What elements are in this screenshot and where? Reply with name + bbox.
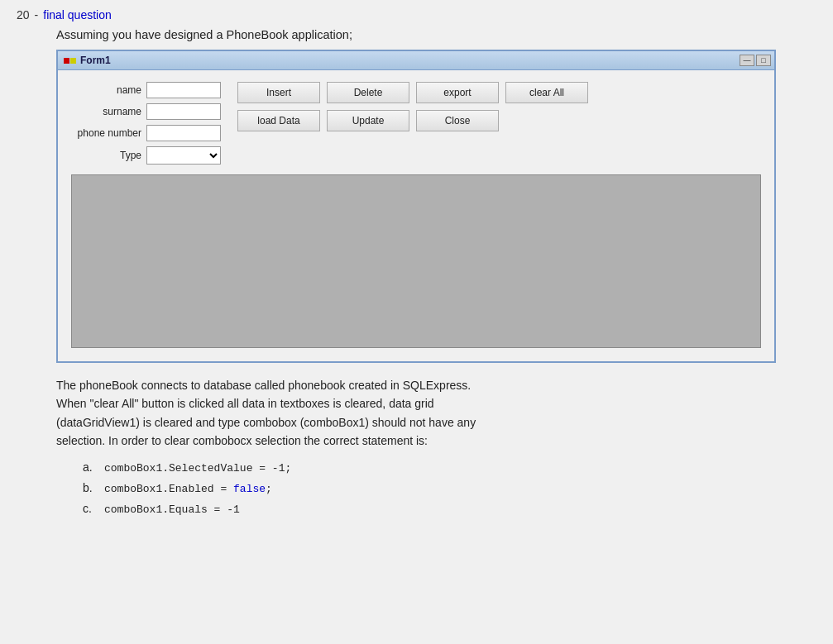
button-row-2: load Data Update Close xyxy=(237,110,588,131)
winform-body: name surname phone number Type xyxy=(58,70,774,361)
field-name: name xyxy=(71,82,221,98)
question-label[interactable]: final question xyxy=(43,8,112,21)
field-name-label: name xyxy=(71,84,141,96)
form-icon xyxy=(63,54,76,67)
titlebar-left: Form1 xyxy=(63,54,111,67)
close-button[interactable]: Close xyxy=(416,110,499,131)
minimize-button[interactable]: — xyxy=(740,55,754,66)
field-surname-label: surname xyxy=(71,106,141,117)
export-button[interactable]: export xyxy=(416,82,499,103)
question-header: 20 - final question xyxy=(17,8,816,21)
option-c: c. comboBox1.Equals = -1 xyxy=(83,502,816,516)
option-b: b. comboBox1.Enabled = false; xyxy=(83,481,816,495)
option-a-code: comboBox1.SelectedValue = -1; xyxy=(104,462,291,475)
question-text: Assuming you have designed a PhoneBook a… xyxy=(56,28,816,41)
load-data-button[interactable]: load Data xyxy=(237,110,320,131)
win-controls: — □ xyxy=(740,55,771,66)
maximize-button[interactable]: □ xyxy=(756,55,771,66)
winform-titlebar: Form1 — □ xyxy=(58,51,774,70)
option-c-code: comboBox1.Equals = -1 xyxy=(104,503,240,516)
field-phone-label: phone number xyxy=(71,127,141,139)
surname-input[interactable] xyxy=(146,103,221,120)
form-fields: name surname phone number Type xyxy=(71,82,221,165)
description-text: The phoneBook connects to database calle… xyxy=(56,376,776,451)
winform-mockup: Form1 — □ name surname phone number xyxy=(56,50,776,363)
options-list: a. comboBox1.SelectedValue = -1; b. comb… xyxy=(83,460,816,516)
form-top-section: name surname phone number Type xyxy=(71,82,761,165)
option-a: a. comboBox1.SelectedValue = -1; xyxy=(83,460,816,475)
type-select[interactable] xyxy=(146,146,221,165)
button-row-1: Insert Delete export clear All xyxy=(237,82,588,103)
field-surname: surname xyxy=(71,103,221,120)
delete-button[interactable]: Delete xyxy=(327,82,409,103)
question-dash: - xyxy=(35,8,39,21)
question-number: 20 xyxy=(17,8,30,21)
name-input[interactable] xyxy=(146,82,221,98)
field-type: Type xyxy=(71,146,221,165)
field-phone: phone number xyxy=(71,125,221,141)
option-b-letter: b. xyxy=(83,481,96,494)
option-b-code: comboBox1.Enabled = false; xyxy=(104,483,272,495)
clear-all-button[interactable]: clear All xyxy=(505,82,588,103)
insert-button[interactable]: Insert xyxy=(237,82,320,103)
field-type-label: Type xyxy=(71,150,141,161)
datagrid-view xyxy=(71,174,761,348)
keyword-false: false xyxy=(233,483,266,495)
form-buttons: Insert Delete export clear All load Data… xyxy=(237,82,588,131)
option-c-letter: c. xyxy=(83,502,96,515)
phone-input[interactable] xyxy=(146,125,221,141)
option-a-letter: a. xyxy=(83,460,96,474)
update-button[interactable]: Update xyxy=(327,110,409,131)
form-title: Form1 xyxy=(80,55,111,66)
